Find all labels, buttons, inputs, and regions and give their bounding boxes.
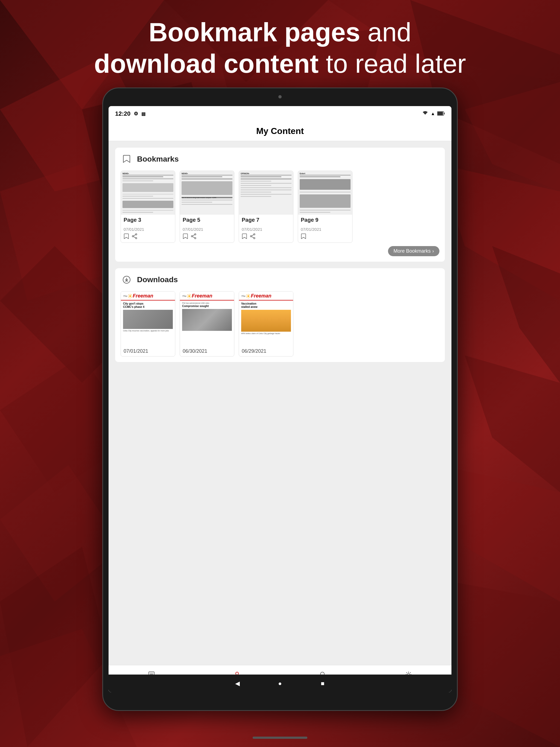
download-date-3: 06/29/2021 [239,346,293,356]
more-bookmarks-button[interactable]: More Bookmarks › [388,246,439,256]
share-icon-3[interactable] [250,233,255,240]
content-area[interactable]: Bookmarks NEWS▪ [108,141,452,665]
svg-point-70 [236,672,238,675]
volume-down-button [102,277,103,296]
svg-line-25 [134,235,136,236]
bookmark-info-3: Page 7 07/01/2021 [239,215,293,242]
bookmark-card-2[interactable]: NEWS▪ Use of minors in drug trade remain… [180,171,234,243]
svg-rect-21 [437,112,443,115]
svg-point-33 [251,236,252,237]
share-icon-1[interactable] [132,233,137,240]
bookmark-icon-4[interactable] [301,233,306,240]
status-bar-right: ▲ [422,110,445,117]
svg-line-35 [252,235,254,236]
bookmark-page-3: Page 7 [242,217,290,223]
bookmark-date-4: 07/01/2021 [301,227,350,232]
app-title: My Content [256,126,304,136]
bookmark-thumbnail-1: NEWS▪ [121,171,175,215]
svg-line-64 [249,294,250,295]
downloads-header: Downloads [121,274,439,286]
bookmark-actions-2 [183,233,231,240]
status-bar-left: 12:20 ⚙ ▤ [115,110,146,117]
bookmark-icon-1[interactable] [124,233,129,240]
svg-line-45 [131,297,132,298]
svg-line-46 [131,294,132,295]
bookmark-page-2: Page 5 [183,217,231,223]
more-bookmarks-label: More Bookmarks [393,248,431,254]
bookmark-card-3[interactable]: OPINION▪ [239,171,294,243]
svg-line-63 [249,297,250,298]
battery-icon [437,110,445,117]
svg-marker-14 [465,356,560,492]
svg-point-39 [129,295,131,297]
bookmark-page-4: Page 9 [301,217,350,223]
bookmark-info-2: Page 5 07/01/2021 [180,215,234,242]
settings-icon: ⚙ [134,111,138,117]
bookmark-page-1: Page 3 [124,217,172,223]
svg-line-56 [187,297,188,298]
more-bookmarks-container: More Bookmarks › [121,246,439,256]
tablet-frame: 12:20 ⚙ ▤ ▲ [102,87,458,711]
svg-line-53 [187,294,188,295]
download-date-2: 06/30/2021 [180,346,234,356]
svg-point-22 [136,234,137,235]
svg-line-36 [252,237,254,238]
bookmark-section-icon [121,153,133,165]
bookmark-thumbnail-2: NEWS▪ Use of minors in drug trade remain… [180,171,234,215]
download-card-2[interactable]: The [180,291,234,357]
bookmark-card-4[interactable]: Entert Page 9 [298,171,353,243]
status-bar: 12:20 ⚙ ▤ ▲ [108,106,452,121]
download-thumbnail-2: The [180,291,234,346]
bookmark-icon-2[interactable] [183,233,188,240]
sim-icon: ▤ [142,111,146,117]
downloads-row: The [121,291,439,357]
tablet-screen: 12:20 ⚙ ▤ ▲ [108,106,452,692]
svg-point-57 [248,295,249,297]
svg-point-29 [195,238,196,239]
svg-line-62 [247,294,247,295]
home-button[interactable]: ● [275,679,285,689]
svg-line-26 [134,237,136,238]
download-thumbnail-1: The [121,291,175,346]
svg-line-30 [193,235,195,236]
bookmark-icon-3[interactable] [242,233,247,240]
svg-point-23 [132,236,134,237]
bookmark-actions-1 [124,233,172,240]
svg-point-32 [254,234,255,235]
download-thumbnail-3: The [239,291,293,346]
bookmarks-header: Bookmarks [121,153,439,165]
app-title-bar: My Content [108,121,452,141]
recents-icon: ■ [321,680,324,687]
svg-point-34 [254,238,255,239]
download-card-3[interactable]: The [239,291,294,357]
download-card-1[interactable]: The [121,291,175,357]
recents-button[interactable]: ■ [318,679,328,689]
bookmark-thumbnail-4: Entert [298,171,352,215]
downloads-section: Downloads The [115,268,445,362]
bookmark-card-1[interactable]: NEWS▪ [121,171,175,243]
bookmark-info-4: Page 9 07/01/2021 [298,215,352,242]
svg-line-31 [193,237,195,238]
svg-point-24 [136,238,137,239]
bookmarks-row: NEWS▪ [121,171,439,243]
header-title: Bookmark pages and download content to r… [22,17,538,79]
svg-line-47 [128,297,129,298]
bookmark-actions-4 [301,233,350,240]
downloads-title: Downloads [137,275,178,284]
back-button[interactable]: ◀ [232,679,242,689]
svg-line-55 [190,294,191,295]
bookmark-actions-3 [242,233,290,240]
back-icon: ◀ [235,680,240,687]
bookmark-info-1: Page 3 07/01/2021 [121,215,175,242]
home-icon: ● [278,680,282,687]
svg-point-48 [188,295,190,297]
time-display: 12:20 [115,110,130,117]
header-section: Bookmark pages and download content to r… [0,17,560,79]
svg-point-27 [195,234,196,235]
download-date-1: 07/01/2021 [121,346,175,356]
share-icon-2[interactable] [191,233,196,240]
volume-up-button [102,252,103,272]
chevron-right-icon: › [432,248,434,254]
bookmark-date-1: 07/01/2021 [124,227,172,232]
bookmark-date-3: 07/01/2021 [242,227,290,232]
